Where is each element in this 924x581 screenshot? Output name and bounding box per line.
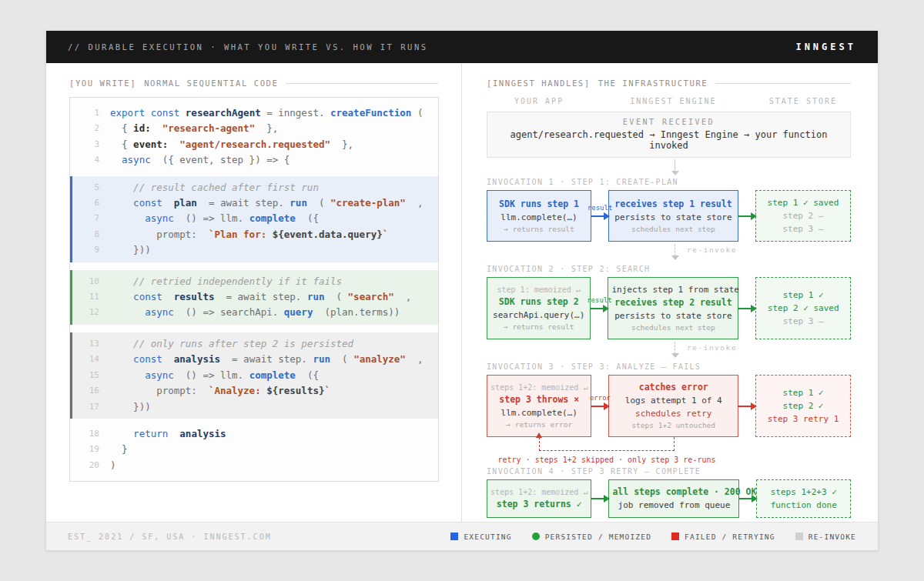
code-text: async () => llm. complete ({ [110, 211, 319, 226]
retry-loop-connector [487, 437, 851, 456]
store-box-line: step 3 — [759, 315, 847, 328]
arrow-head-icon [604, 495, 610, 503]
engine-box-line: schedules next step [611, 322, 735, 333]
engine-box-line: injects step 1 from state [611, 283, 735, 296]
app-box-line: step 3 throws × [490, 393, 588, 406]
line-number: 5 [79, 180, 99, 195]
infra-panel-tag: [INNGEST HANDLES] [487, 78, 591, 88]
code-token: (plan.terms)) [313, 306, 400, 318]
app-box-line: → returns result [490, 224, 588, 235]
legend-item: EXECUTING [450, 533, 511, 541]
code-token: `Analyze: [209, 385, 266, 396]
code-token: ${results} [266, 385, 324, 396]
code-token: ({ [296, 369, 319, 381]
code-token: analysis [174, 353, 220, 365]
arrow-head-icon [603, 305, 609, 312]
app-box-line: llm.complete(…) [490, 211, 588, 224]
line-number: 1 [79, 105, 99, 121]
flow-arrow: result [591, 277, 608, 339]
invocation-label: INVOCATION 2 · STEP 2: SEARCH [487, 265, 851, 273]
code-text: } [110, 442, 128, 457]
line-number: 11 [79, 289, 99, 305]
code-token: async [110, 212, 174, 224]
code-token: = inngest. [261, 107, 330, 119]
app-box-line: → returns result [490, 322, 587, 332]
store-box: step 1 ✓step 2 ✓step 3 retry 1 [755, 375, 851, 437]
engine-box-line: receives step 1 result [612, 198, 735, 211]
legend-swatch-icon [532, 533, 540, 540]
flow-arrow [739, 479, 756, 518]
invocation-label: INVOCATION 1 · STEP 1: CREATE-PLAN [487, 178, 851, 186]
code-token [162, 291, 174, 302]
code-line: 1export const researchAgent = inngest. c… [70, 105, 438, 121]
code-token: analysis [179, 428, 226, 439]
store-box-line: step 1 ✓ saved [759, 196, 847, 209]
code-token: run [307, 291, 325, 302]
main-content: [YOU WRITE] NORMAL SEQUENTIAL CODE 1expo… [46, 63, 878, 522]
event-to-invocation-connector [487, 158, 851, 178]
line-number: 2 [79, 121, 99, 136]
event-text: agent/research.requested → Inngest Engin… [490, 129, 847, 151]
invocation-row: steps 1+2: memoized ↵step 3 throws ×llm.… [487, 375, 851, 437]
down-arrow-icon [671, 171, 679, 175]
code-text: prompt: `Plan for: ${event.data.query}` [110, 227, 388, 242]
code-text: const analysis = await step. run ( "anal… [110, 352, 423, 367]
code-text: { id: "research-agent" }, [110, 121, 278, 136]
infrastructure-panel: [INNGEST HANDLES] THE INFRASTRUCTURE YOU… [462, 63, 878, 522]
code-text: { event: "agent/research.requested" }, [110, 137, 353, 152]
arrow-head-icon [751, 305, 757, 312]
code-token: run [290, 197, 307, 209]
store-box: step 1 ✓step 2 ✓ savedstep 3 — [755, 277, 851, 339]
code-token: () => llm. [174, 369, 249, 381]
invocation-label: INVOCATION 4 · STEP 3 RETRY — COMPLETE [487, 467, 851, 476]
code-token: return [110, 428, 168, 439]
code-token: createFunction [330, 107, 411, 119]
code-line: 11 const results = await step. run ( "se… [72, 289, 438, 305]
line-number: 8 [79, 227, 99, 242]
engine-box: catches errorlogs attempt 1 of 4schedule… [608, 375, 738, 437]
code-line: 10 // retried independently if it fails [72, 274, 438, 289]
app-box-line: llm.complete(…) [490, 406, 588, 419]
code-token [168, 139, 179, 150]
code-token [151, 122, 162, 134]
code-line: 2 { id: "research-agent" }, [70, 121, 438, 136]
code-token: id: [133, 122, 151, 134]
code-token: prompt: [110, 385, 209, 396]
store-box-line: step 3 retry 1 [759, 412, 847, 426]
code-token: researchAgent [186, 107, 261, 119]
legend-label: RE-INVOKE [808, 533, 856, 541]
flow-arrow: result [591, 190, 608, 242]
down-arrow-icon [671, 255, 679, 260]
code-token [162, 353, 174, 365]
store-box-line: step 2 ✓ [759, 399, 847, 412]
line-number: 10 [79, 274, 99, 289]
code-token: ` [383, 229, 389, 240]
engine-box-line: steps 1+2 untouched [612, 420, 735, 431]
header-title: // DURABLE EXECUTION · WHAT YOU WRITE VS… [68, 42, 428, 52]
legend-item: FAILED / RETRYING [671, 533, 775, 541]
invocation-row: steps 1+2: memoized ↵step 3 returns ✓all… [487, 479, 851, 518]
legend-item: RE-INVOKE [795, 533, 856, 541]
code-token: "agent/research.requested" [179, 139, 330, 150]
code-line: 18 return analysis [70, 426, 438, 442]
highlight-block-blue: 5 // result cached after first run6 cons… [70, 176, 438, 262]
code-token: ${event.data.query} [273, 229, 383, 240]
store-box: step 1 ✓ savedstep 2 —step 3 — [755, 190, 851, 242]
code-line: 3 { event: "agent/research.requested" }, [70, 137, 438, 152]
code-token: ({ [296, 212, 319, 224]
line-number: 14 [79, 352, 99, 367]
arrow-label: error [590, 394, 611, 402]
line-number: 19 [79, 442, 99, 457]
engine-box-line: schedules next step [612, 224, 735, 235]
column-your-app: YOUR APP [487, 97, 591, 105]
code-panel-tag: [YOU WRITE] [69, 78, 136, 88]
brand-logo: INNGEST [795, 42, 856, 52]
flow-column-headers: YOUR APP INNGEST ENGINE STATE STORE [487, 97, 851, 105]
arrow-head-icon [604, 402, 610, 410]
legend-item: PERSISTED / MEMOIZED [532, 533, 651, 541]
code-line: 20) [70, 458, 438, 473]
code-panel-label: [YOU WRITE] NORMAL SEQUENTIAL CODE [69, 78, 438, 88]
up-arrow-icon [536, 432, 542, 438]
code-text: // retried independently if it fails [110, 274, 342, 289]
engine-box-line: catches error [612, 381, 735, 394]
